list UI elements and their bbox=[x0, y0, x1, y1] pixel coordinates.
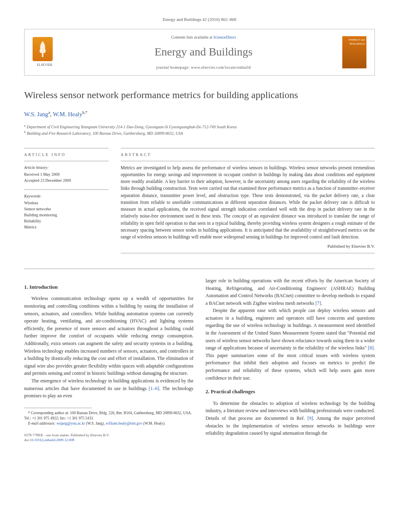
info-abstract-row: ARTICLE INFO Article history: Received 1… bbox=[24, 145, 375, 257]
issn-line: 0378-7788/$ – see front matter. Publishe… bbox=[24, 433, 193, 438]
s2-para-1: To determine the obstacles to adoption o… bbox=[206, 400, 375, 437]
article-info-heading: ARTICLE INFO bbox=[24, 152, 109, 158]
tree-icon bbox=[35, 39, 51, 59]
footer-meta: 0378-7788/$ – see front matter. Publishe… bbox=[24, 433, 193, 443]
column-left: 1. Introduction Wireless communication t… bbox=[24, 277, 193, 443]
doi-line: doi:10.1016/j.enbuild.2009.12.008 bbox=[24, 438, 193, 443]
keyword-2: Building monitoring bbox=[24, 212, 109, 218]
homepage-url: www.elsevier.com/locate/enbuild bbox=[191, 65, 251, 70]
history-label: Article history: bbox=[24, 164, 109, 170]
footnote-rule bbox=[24, 408, 92, 408]
contents-available-line: Contents lists available at ScienceDirec… bbox=[65, 34, 342, 40]
elsevier-label: ELSEVIER bbox=[33, 63, 57, 68]
ref-link-8[interactable]: [8] bbox=[368, 345, 374, 351]
rule bbox=[24, 161, 109, 161]
email-footnote: E-mail addresses: wsjang@ynu.ac.kr (W.S.… bbox=[24, 421, 193, 426]
keywords-label: Keywords: bbox=[24, 193, 109, 199]
column-right: larger role in building operations with … bbox=[206, 277, 375, 443]
keywords-block: Keywords: Wireless Sensor networks Build… bbox=[24, 193, 109, 230]
rule bbox=[121, 161, 375, 161]
ref-link-7[interactable]: [7] bbox=[315, 300, 321, 306]
author-sup-2: b,* bbox=[82, 110, 88, 115]
email-owner-1: (W.S. Jang), bbox=[85, 421, 105, 425]
s1-para-2: The emergence of wireless technology in … bbox=[24, 377, 193, 400]
header-citation: Energy and Buildings 42 (2010) 862–868 bbox=[24, 16, 375, 23]
rule bbox=[24, 148, 109, 148]
homepage-prefix: journal homepage: bbox=[156, 65, 191, 70]
received-date: Received 1 May 2009 bbox=[24, 171, 109, 177]
section-2-heading: 2. Practical challenges bbox=[206, 388, 375, 396]
rule bbox=[121, 253, 375, 253]
journal-cover-thumbnail: ENERGY and BUILDINGS bbox=[342, 36, 366, 68]
email-link-2[interactable]: william.healy@nist.gov bbox=[106, 421, 142, 425]
email-link-1[interactable]: wsjang@ynu.ac.kr bbox=[56, 421, 85, 425]
abstract-text: Metrics are investigated to help assess … bbox=[121, 164, 375, 241]
ref-link-1-6[interactable]: [1–6] bbox=[149, 386, 159, 391]
rule bbox=[24, 189, 109, 190]
banner-center: Contents lists available at ScienceDirec… bbox=[65, 34, 342, 70]
keyword-3: Reliability bbox=[24, 218, 109, 224]
accepted-date: Accepted 23 December 2009 bbox=[24, 177, 109, 183]
elsevier-logo: ELSEVIER bbox=[33, 37, 57, 68]
s1-para-1: Wireless communication technology opens … bbox=[24, 295, 193, 377]
c2p1-post: . bbox=[321, 300, 322, 306]
author-list: W.S. Janga, W.M. Healyb,* bbox=[24, 109, 375, 119]
col2-para-2: Despite the apparent ease with which peo… bbox=[206, 307, 375, 382]
body-top-rule bbox=[24, 269, 375, 269]
body-columns: 1. Introduction Wireless communication t… bbox=[24, 277, 375, 443]
email-owner-2: (W.M. Healy). bbox=[142, 421, 165, 425]
journal-name: Energy and Buildings bbox=[65, 43, 342, 60]
col2-para-1: larger role in building operations with … bbox=[206, 277, 375, 307]
doi-prefix: doi: bbox=[24, 438, 30, 442]
keyword-0: Wireless bbox=[24, 200, 109, 206]
elsevier-tree-icon bbox=[33, 37, 53, 61]
affiliations-block: a Department of Civil Engineering Yeungn… bbox=[24, 123, 375, 137]
author-sup-1: a bbox=[48, 110, 50, 115]
publisher-line: Published by Elsevier B.V. bbox=[121, 243, 375, 250]
abstract-heading: ABSTRACT bbox=[121, 152, 375, 158]
doi-link[interactable]: 10.1016/j.enbuild.2009.12.008 bbox=[30, 438, 74, 442]
affiliation-a-text: Department of Civil Engineering Yeungnam… bbox=[27, 125, 237, 129]
keyword-1: Sensor networks bbox=[24, 206, 109, 212]
c2p1-pre: larger role in building operations with … bbox=[206, 278, 375, 306]
affiliation-b: b Building and Fire Research Laboratory,… bbox=[24, 130, 375, 136]
section-1-heading: 1. Introduction bbox=[24, 283, 193, 291]
contents-prefix: Contents lists available at bbox=[171, 35, 213, 39]
article-info-column: ARTICLE INFO Article history: Received 1… bbox=[24, 145, 109, 257]
c2p2-pre: Despite the apparent ease with which peo… bbox=[206, 308, 375, 351]
journal-banner: ELSEVIER Contents lists available at Sci… bbox=[24, 29, 375, 76]
article-title: Wireless sensor network performance metr… bbox=[24, 88, 375, 102]
corresponding-author-footnote: * Corresponding author at: 100 Bureau Dr… bbox=[24, 411, 193, 421]
keyword-4: Metrics bbox=[24, 224, 109, 230]
author-link-1[interactable]: W.S. Jang bbox=[24, 111, 48, 117]
ref-link-9[interactable]: [9] bbox=[307, 415, 313, 421]
affiliation-a: a Department of Civil Engineering Yeungn… bbox=[24, 123, 375, 130]
author-link-2[interactable]: W.M. Healy bbox=[53, 111, 82, 117]
abstract-column: ABSTRACT Metrics are investigated to hel… bbox=[121, 145, 375, 257]
affiliation-b-text: Building and Fire Research Laboratory, 1… bbox=[27, 131, 183, 136]
sciencedirect-link[interactable]: ScienceDirect bbox=[213, 35, 236, 39]
article-history-block: Article history: Received 1 May 2009 Acc… bbox=[24, 164, 109, 183]
email-label: E-mail addresses: bbox=[28, 421, 57, 425]
rule bbox=[121, 148, 375, 148]
journal-homepage: journal homepage: www.elsevier.com/locat… bbox=[65, 64, 342, 70]
